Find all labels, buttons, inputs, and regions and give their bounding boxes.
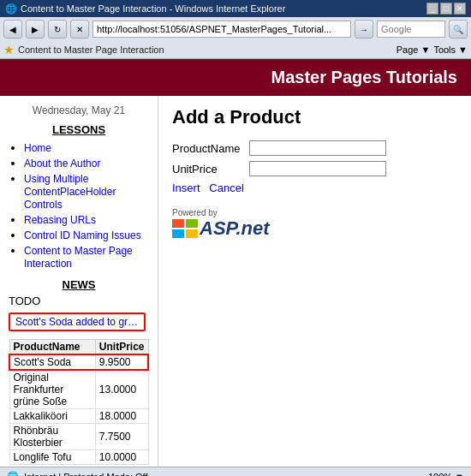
form-row-unitprice: UnitPrice — [172, 161, 457, 176]
browser-favicon: 🌐 — [5, 3, 17, 15]
nav-link-home[interactable]: Home — [24, 142, 51, 154]
product-name-cell: Longlife Tofu — [9, 450, 95, 465]
stop-button[interactable]: ✕ — [70, 20, 89, 39]
unitprice-label: UnitPrice — [172, 163, 249, 176]
product-price-cell: 10.0000 — [95, 450, 148, 465]
news-section: NEWS TODO — [9, 278, 149, 307]
news-section-title: NEWS — [9, 278, 149, 291]
nav-link-rebasing[interactable]: Rebasing URLs — [24, 214, 96, 226]
tools-menu-button[interactable]: Tools ▼ — [433, 45, 468, 55]
svg-rect-2 — [172, 229, 184, 238]
page-heading: Add a Product — [172, 106, 457, 128]
favorites-star-icon[interactable]: ★ — [3, 43, 15, 57]
product-name-cell: Original Frankfurter grüne Soße — [9, 370, 95, 409]
address-bar: ◀ ▶ ↻ ✕ → 🔍 — [0, 17, 471, 41]
product-name-cell: Scott's Soda — [9, 354, 95, 370]
nav-item-multiple[interactable]: Using Multiple ContentPlaceHolder Contro… — [24, 172, 149, 211]
zoom-level[interactable]: 100% ▼ — [428, 472, 464, 477]
forward-button[interactable]: ▶ — [26, 20, 45, 39]
product-table: ProductName UnitPrice Scott's Soda9.9500… — [9, 339, 149, 465]
sidebar-date: Wednesday, May 21 — [9, 104, 149, 116]
page-label: Content to Master Page Interaction — [18, 45, 164, 55]
productname-label: ProductName — [172, 142, 249, 155]
aspnet-logo: Powered by ASP.net — [172, 208, 457, 240]
sidebar-nav: Home About the Author Using Multiple Con… — [9, 141, 149, 270]
unitprice-input[interactable] — [249, 161, 386, 176]
maximize-button[interactable]: □ — [440, 3, 452, 15]
nav-link-author[interactable]: About the Author — [24, 158, 100, 170]
svg-rect-3 — [186, 229, 198, 238]
product-name-cell: Rhönbräu Klosterbier — [9, 424, 95, 450]
refresh-button[interactable]: ↻ — [48, 20, 67, 39]
news-todo-label: TODO — [9, 295, 40, 307]
search-input[interactable] — [377, 21, 445, 38]
nav-item-author[interactable]: About the Author — [24, 157, 149, 170]
nav-item-naming[interactable]: Control ID Naming Issues — [24, 229, 149, 241]
main-content: Add a Product ProductName UnitPrice Inse… — [158, 96, 471, 467]
table-row: Longlife Tofu10.0000 — [9, 450, 148, 465]
table-header-unitprice: UnitPrice — [95, 340, 148, 355]
aspnet-logo-text: ASP.net — [200, 217, 270, 240]
productname-input[interactable] — [249, 140, 386, 156]
status-bar: 🌐 Internet | Protected Mode: Off 100% ▼ — [0, 467, 471, 476]
minimize-button[interactable]: _ — [426, 3, 438, 15]
product-price-cell: 13.0000 — [95, 370, 148, 409]
content-area: Wednesday, May 21 LESSONS Home About the… — [0, 96, 471, 467]
table-row: Original Frankfurter grüne Soße13.0000 — [9, 370, 148, 409]
lessons-section-title: LESSONS — [9, 123, 149, 136]
address-input[interactable] — [92, 21, 351, 38]
back-button[interactable]: ◀ — [3, 20, 22, 39]
status-text: Internet | Protected Mode: Off — [24, 472, 148, 477]
site-header: Master Pages Tutorials — [0, 59, 471, 96]
nav-item-home[interactable]: Home — [24, 141, 149, 154]
svg-rect-1 — [186, 219, 198, 228]
table-row: Scott's Soda9.9500 — [9, 354, 148, 370]
nav-link-multiple[interactable]: Using Multiple ContentPlaceHolder Contro… — [24, 173, 116, 211]
nav-link-naming[interactable]: Control ID Naming Issues — [24, 229, 141, 241]
alert-notification: Scott's Soda added to grid... — [9, 312, 146, 331]
page-menu-button[interactable]: Page ▼ — [396, 45, 431, 55]
nav-link-interaction[interactable]: Content to Master Page Interaction — [24, 245, 133, 270]
microsoft-logo-icon — [172, 219, 198, 238]
insert-link[interactable]: Insert — [172, 181, 200, 194]
close-button[interactable]: ✕ — [454, 3, 466, 15]
product-price-cell: 7.7500 — [95, 424, 148, 450]
browser-title-bar: 🌐 Content to Master Page Interaction - W… — [0, 0, 471, 17]
page-wrapper: Master Pages Tutorials Wednesday, May 21… — [0, 59, 471, 467]
nav-item-rebasing[interactable]: Rebasing URLs — [24, 213, 149, 226]
product-price-cell: 18.0000 — [95, 409, 148, 424]
nav-item-interaction[interactable]: Content to Master Page Interaction — [24, 244, 149, 270]
table-header-productname: ProductName — [9, 340, 95, 355]
table-row: Lakkaliköori18.0000 — [9, 409, 148, 424]
sidebar: Wednesday, May 21 LESSONS Home About the… — [0, 96, 158, 467]
toolbar2: ★ Content to Master Page Interaction Pag… — [0, 41, 471, 59]
form-row-productname: ProductName — [172, 140, 457, 156]
search-go-button[interactable]: 🔍 — [449, 20, 468, 39]
site-header-title: Master Pages Tutorials — [271, 68, 457, 86]
svg-rect-0 — [172, 219, 184, 228]
table-row: Rhönbräu Klosterbier7.7500 — [9, 424, 148, 450]
product-name-cell: Lakkaliköori — [9, 409, 95, 424]
status-globe-icon: 🌐 — [7, 471, 19, 476]
product-price-cell: 9.9500 — [95, 354, 148, 370]
form-links: Insert Cancel — [172, 181, 457, 194]
powered-by-label: Powered by — [172, 208, 457, 217]
news-item-todo: TODO — [9, 295, 149, 307]
go-button[interactable]: → — [355, 20, 373, 39]
cancel-link[interactable]: Cancel — [209, 181, 243, 194]
browser-title: Content to Master Page Interaction - Win… — [21, 3, 285, 14]
